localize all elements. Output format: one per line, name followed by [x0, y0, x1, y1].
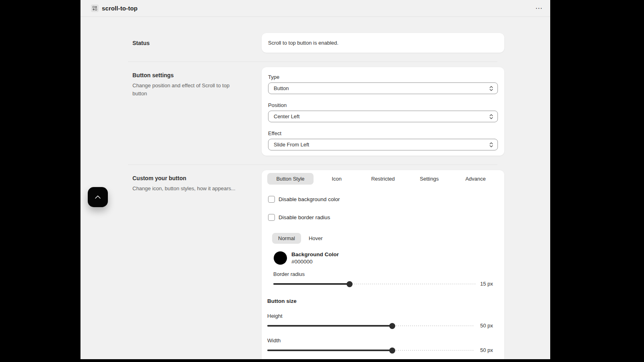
page-title: scroll-to-top [102, 5, 138, 12]
position-field: Position Center Left [268, 102, 498, 122]
position-label: Position [268, 102, 498, 108]
custom-button-description: Change icon, button styles, how it appea… [132, 185, 242, 193]
height-label: Height [267, 313, 499, 319]
disable-border-radius-row[interactable]: Disable border radius [268, 214, 499, 221]
type-label: Type [268, 74, 498, 80]
type-select[interactable]: Button [268, 82, 498, 94]
effect-select[interactable]: Slide From Left [268, 139, 498, 150]
status-text: Scroll to top button is enabled. [268, 40, 498, 46]
button-settings-section: Button settings Change position and effe… [132, 67, 504, 156]
background-color-label: Background Color [291, 251, 339, 257]
slider-handle[interactable] [389, 348, 395, 354]
width-value: 50 px [480, 347, 499, 353]
slider-handle[interactable] [347, 281, 353, 287]
button-state-tabs: Normal Hover [272, 233, 499, 244]
button-settings-heading: Button settings [132, 72, 262, 78]
button-settings-description: Change position and effect of Scroll to … [132, 82, 242, 97]
border-radius-label: Border radius [273, 271, 499, 277]
color-swatch[interactable] [274, 251, 287, 265]
status-section: Status Scroll to top button is enabled. [132, 33, 504, 53]
select-caret-icon [489, 142, 493, 148]
disable-border-radius-label[interactable]: Disable border radius [279, 214, 330, 220]
disable-border-radius-checkbox[interactable] [268, 214, 275, 221]
height-value: 50 px [480, 323, 499, 329]
app-logo-icon [91, 4, 99, 12]
color-meta: Background Color #000000 [291, 251, 339, 265]
select-caret-icon [489, 85, 493, 92]
border-radius-slider[interactable]: 15 px [273, 281, 499, 287]
ellipsis-icon: ⋯ [535, 4, 542, 12]
tab-advance[interactable]: Advance [452, 173, 499, 185]
status-heading: Status [132, 40, 262, 46]
slider-fill [267, 350, 392, 351]
border-radius-block: Border radius 15 px [273, 271, 499, 287]
settings-content: Status Scroll to top button is enabled. … [80, 33, 550, 359]
section-divider [128, 62, 497, 62]
disable-background-color-row[interactable]: Disable background color [268, 196, 499, 203]
slider-track[interactable] [267, 323, 474, 329]
width-slider[interactable]: 50 px [267, 347, 499, 353]
position-select[interactable]: Center Left [268, 111, 498, 122]
status-card: Scroll to top button is enabled. [262, 33, 504, 53]
letterbox: scroll-to-top ⋯ Status Scroll to top but… [0, 0, 644, 362]
custom-button-section: Custom your button Change icon, button s… [132, 170, 504, 359]
custom-button-heading: Custom your button [132, 175, 262, 181]
position-select-value: Center Left [274, 113, 299, 119]
customization-tabs: Button Style Icon Restricted Settings Ad… [267, 173, 499, 185]
state-tab-normal[interactable]: Normal [272, 233, 301, 244]
status-section-info: Status [132, 40, 262, 46]
button-size-heading: Button size [267, 298, 499, 304]
slider-fill [267, 325, 392, 327]
effect-label: Effect [268, 130, 498, 136]
chevron-up-icon [95, 195, 101, 199]
slider-track[interactable] [267, 347, 474, 353]
type-select-value: Button [274, 85, 289, 91]
type-field: Type Button [268, 74, 498, 94]
disable-background-color-label[interactable]: Disable background color [279, 196, 340, 202]
button-settings-card: Type Button Position Center Left [262, 67, 504, 156]
slider-track[interactable] [273, 281, 477, 287]
disable-background-color-checkbox[interactable] [268, 196, 275, 203]
background-color-row[interactable]: Background Color #000000 [274, 251, 499, 265]
grid-dots-icon [93, 6, 97, 10]
button-settings-info: Button settings Change position and effe… [132, 67, 262, 156]
effect-select-value: Slide From Left [274, 142, 309, 148]
tab-settings[interactable]: Settings [406, 173, 452, 185]
app-window: scroll-to-top ⋯ Status Scroll to top but… [80, 0, 550, 359]
custom-button-card: Button Style Icon Restricted Settings Ad… [262, 170, 504, 359]
scroll-to-top-preview-button[interactable] [88, 187, 108, 207]
width-label: Width [267, 337, 499, 343]
select-caret-icon [489, 113, 493, 120]
border-radius-value: 15 px [480, 281, 499, 287]
effect-field: Effect Slide From Left [268, 130, 498, 150]
state-tab-hover[interactable]: Hover [303, 233, 329, 244]
tab-button-style[interactable]: Button Style [267, 173, 314, 185]
app-header: scroll-to-top ⋯ [80, 0, 550, 17]
tab-restricted[interactable]: Restricted [360, 173, 406, 185]
background-color-hex: #000000 [291, 259, 339, 265]
height-slider[interactable]: 50 px [267, 323, 499, 329]
more-actions-button[interactable]: ⋯ [534, 4, 544, 12]
custom-button-info: Custom your button Change icon, button s… [132, 170, 262, 359]
tab-icon[interactable]: Icon [314, 173, 360, 185]
section-divider [128, 165, 497, 165]
slider-handle[interactable] [389, 323, 395, 329]
slider-fill [273, 283, 349, 285]
